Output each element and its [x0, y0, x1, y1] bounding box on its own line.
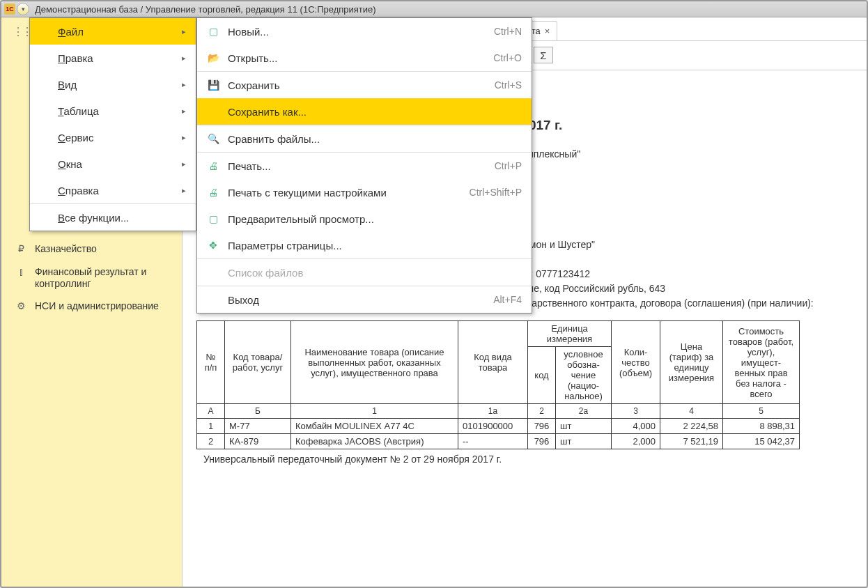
menu-icon: ▢: [206, 26, 221, 37]
sidebar-item-nsi-admin[interactable]: ⚙ НСИ и администрирование: [1, 295, 182, 318]
menu-icon: 💾: [206, 79, 221, 91]
submenu-item[interactable]: ВыходAlt+F4: [197, 286, 532, 313]
submenu-item[interactable]: 🔍Сравнить файлы...: [197, 125, 532, 152]
main-menu[interactable]: Файл▸Правка▸Вид▸Таблица▸Сервис▸Окна▸Спра…: [29, 17, 196, 231]
submenu-item[interactable]: ✥Параметры страницы...: [197, 232, 532, 258]
menu-icon: 🖨: [206, 187, 221, 198]
menu-icon: 📂: [206, 52, 221, 63]
sidebar-item-fin-result[interactable]: ⫿ Финансовый результат и контроллинг: [1, 261, 182, 295]
sidebar-label: Казначейство: [35, 243, 97, 255]
menu-item-все функции...[interactable]: Все функции...: [30, 204, 196, 231]
submenu-item[interactable]: 🖨Печать...Ctrl+P: [197, 153, 532, 179]
menu-icon: 🔍: [206, 133, 221, 144]
ruble-icon: ₽: [15, 243, 26, 254]
app-logo-icon: 1C: [4, 3, 15, 15]
doc-footer: Универсальный передаточный документ № 2 …: [203, 454, 853, 465]
titlebar-dropdown-icon[interactable]: ▾: [17, 3, 29, 15]
menu-icon: 🖨: [206, 160, 221, 171]
table-row[interactable]: 1М-77Комбайн MOULINEX А77 4С010190000079…: [197, 419, 800, 434]
file-submenu[interactable]: ▢Новый...Ctrl+N📂Открыть...Ctrl+O💾Сохрани…: [196, 17, 532, 314]
menu-icon: ✥: [206, 240, 221, 251]
gear-icon: ⚙: [15, 300, 26, 311]
table-row[interactable]: 2КА-879Кофеварка JACOBS (Австрия)--796шт…: [197, 434, 800, 449]
menu-item-сервис[interactable]: Сервис▸: [30, 124, 196, 150]
sidebar-label: НСИ и администрирование: [35, 300, 159, 312]
menu-item-правка[interactable]: Правка▸: [30, 45, 196, 71]
submenu-item[interactable]: 📂Открыть...Ctrl+O: [197, 45, 532, 71]
menu-item-таблица[interactable]: Таблица▸: [30, 98, 196, 124]
submenu-item[interactable]: ▢Новый...Ctrl+N: [197, 18, 532, 45]
submenu-item: Список файлов: [197, 259, 532, 286]
menu-item-файл[interactable]: Файл▸: [30, 18, 196, 45]
menu-icon: ▢: [206, 213, 221, 224]
doc-table: № п/п Код товара/ работ, услуг Наименова…: [196, 320, 800, 449]
menu-item-вид[interactable]: Вид▸: [30, 71, 196, 98]
submenu-item[interactable]: 💾СохранитьCtrl+S: [197, 72, 532, 98]
doc-title: я 2017 г.: [510, 118, 853, 133]
menu-item-окна[interactable]: Окна▸: [30, 150, 196, 177]
sum-button[interactable]: Σ: [534, 47, 553, 63]
window-title: Демонстрационная база / Управление торго…: [35, 4, 376, 15]
submenu-item[interactable]: 🖨Печать с текущими настройкамиCtrl+Shift…: [197, 179, 532, 206]
bars-icon: ⫿: [15, 266, 26, 277]
submenu-item[interactable]: Сохранить как...: [197, 98, 532, 125]
sidebar-item-treasury[interactable]: ₽ Казначейство: [1, 238, 182, 261]
submenu-item[interactable]: ▢Предварительный просмотр...: [197, 206, 532, 232]
menu-item-справка[interactable]: Справка▸: [30, 177, 196, 203]
sidebar-label: Финансовый результат и контроллинг: [35, 266, 175, 290]
close-icon[interactable]: ×: [545, 26, 550, 36]
titlebar: 1C ▾ Демонстрационная база / Управление …: [1, 1, 867, 17]
